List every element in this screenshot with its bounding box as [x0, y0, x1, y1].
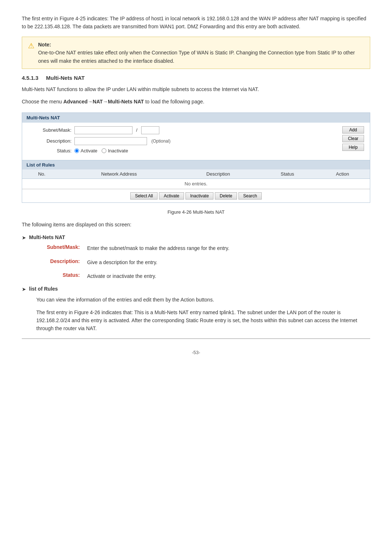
- desc-subnet-row: Subnet/Mask: Enter the subnet/mask to ma…: [36, 244, 370, 252]
- desc-subnet-val: Enter the subnet/mask to make the addres…: [87, 244, 229, 252]
- optional-text: (Optional): [151, 139, 171, 144]
- multi-nets-nat-panel: Multi-Nets NAT Subnet/Mask: / Descriptio…: [22, 112, 370, 203]
- subnet-label: Subnet/Mask:: [28, 127, 72, 133]
- list-rules-para1: You can view the information of the entr…: [36, 296, 370, 304]
- list-rules-arrow: ➤ list of Rules: [22, 286, 370, 292]
- rules-table: No. Network Address Description Status A…: [22, 169, 370, 189]
- subnet-input[interactable]: [74, 126, 132, 134]
- description-section: ➤ Multi-Nets NAT Subnet/Mask: Enter the …: [22, 234, 370, 333]
- table-actions: Select All Activate Inactivate Delete Se…: [22, 189, 370, 202]
- table-empty-row: No entries.: [22, 178, 370, 189]
- form-fields: Subnet/Mask: / Description: (Optional) S…: [28, 126, 342, 156]
- slash-separator: /: [136, 127, 138, 133]
- desc-description-val: Give a description for the entry.: [87, 258, 158, 266]
- arrow-symbol-1: ➤: [22, 235, 26, 241]
- delete-button[interactable]: Delete: [215, 192, 237, 200]
- select-all-button[interactable]: Select All: [130, 192, 158, 200]
- panel-header: Multi-Nets NAT: [22, 113, 370, 123]
- list-rules-title: list of Rules: [29, 286, 58, 292]
- activate-radio[interactable]: [74, 148, 79, 153]
- note-text: One-to-One NAT entries take effect only …: [38, 50, 355, 63]
- figure-caption: Figure 4-26 Multi-Nets NAT: [22, 209, 370, 215]
- note-box: ⚠ Note: One-to-One NAT entries take effe…: [22, 37, 370, 69]
- inactivate-radio[interactable]: [102, 148, 106, 153]
- col-status: Status: [260, 169, 315, 179]
- table-inactivate-button[interactable]: Inactivate: [185, 192, 213, 200]
- col-network-address: Network Address: [61, 169, 177, 179]
- desc-description-key: Description:: [36, 258, 80, 266]
- add-button[interactable]: Add: [342, 126, 364, 134]
- table-header-row: No. Network Address Description Status A…: [22, 169, 370, 179]
- inactivate-label: Inactivate: [108, 148, 128, 153]
- multi-nets-title: Multi-Nets NAT: [29, 234, 65, 240]
- note-content: Note: One-to-One NAT entries take effect…: [38, 41, 364, 65]
- description-input[interactable]: [74, 137, 147, 145]
- section-heading: 4.5.1.3 Multi-Nets NAT: [22, 75, 370, 81]
- help-button[interactable]: Help: [342, 144, 364, 151]
- col-action: Action: [315, 169, 370, 179]
- bottom-rule: [22, 338, 370, 339]
- list-rules-block: You can view the information of the entr…: [36, 296, 370, 333]
- section-title: Multi-Nets NAT: [46, 75, 85, 81]
- multi-nets-arrow: ➤ Multi-Nets NAT: [22, 234, 370, 241]
- empty-text: No entries.: [22, 178, 370, 189]
- intro-paragraph: The first entry in Figure 4-25 indicates…: [22, 15, 370, 31]
- multi-nets-fields: Subnet/Mask: Enter the subnet/mask to ma…: [36, 244, 370, 280]
- panel-body: Subnet/Mask: / Description: (Optional) S…: [22, 123, 370, 160]
- following-text: The following items are displayed on thi…: [22, 221, 370, 229]
- activate-label: Activate: [81, 148, 97, 153]
- section-para2: Choose the menu Advanced→NAT→Multi-Nets …: [22, 98, 370, 106]
- form-area: Subnet/Mask: / Description: (Optional) S…: [28, 126, 364, 156]
- description-label: Description:: [28, 138, 72, 144]
- warning-icon: ⚠: [28, 41, 34, 50]
- status-row: Status: Activate Inactivate: [28, 148, 342, 153]
- activate-radio-label[interactable]: Activate: [74, 148, 97, 153]
- note-title: Note:: [38, 42, 51, 48]
- desc-subnet-key: Subnet/Mask:: [36, 244, 80, 252]
- table-activate-button[interactable]: Activate: [159, 192, 184, 200]
- clear-button[interactable]: Clear: [342, 135, 364, 142]
- mask-input[interactable]: [141, 126, 159, 134]
- section-number: 4.5.1.3: [22, 75, 38, 81]
- desc-description-row: Description: Give a description for the …: [36, 258, 370, 266]
- col-description: Description: [177, 169, 260, 179]
- side-buttons: Add Clear Help: [342, 126, 364, 151]
- page-number: -53-: [22, 350, 370, 355]
- section-para1: Multi-Nets NAT functions to allow the IP…: [22, 85, 370, 93]
- inactivate-radio-label[interactable]: Inactivate: [102, 148, 128, 153]
- desc-status-row: Status: Activate or inactivate the entry…: [36, 272, 370, 280]
- desc-status-val: Activate or inactivate the entry.: [87, 272, 156, 280]
- description-row: Description: (Optional): [28, 137, 342, 145]
- desc-status-key: Status:: [36, 272, 80, 280]
- arrow-symbol-2: ➤: [22, 286, 26, 292]
- status-radio-group: Activate Inactivate: [74, 148, 128, 153]
- status-label: Status:: [28, 148, 72, 153]
- list-rules-para2: The first entry in Figure 4-26 indicates…: [36, 308, 370, 333]
- subnet-row: Subnet/Mask: /: [28, 126, 342, 134]
- search-button[interactable]: Search: [238, 192, 262, 200]
- list-header: List of Rules: [22, 160, 370, 169]
- col-no: No.: [22, 169, 61, 179]
